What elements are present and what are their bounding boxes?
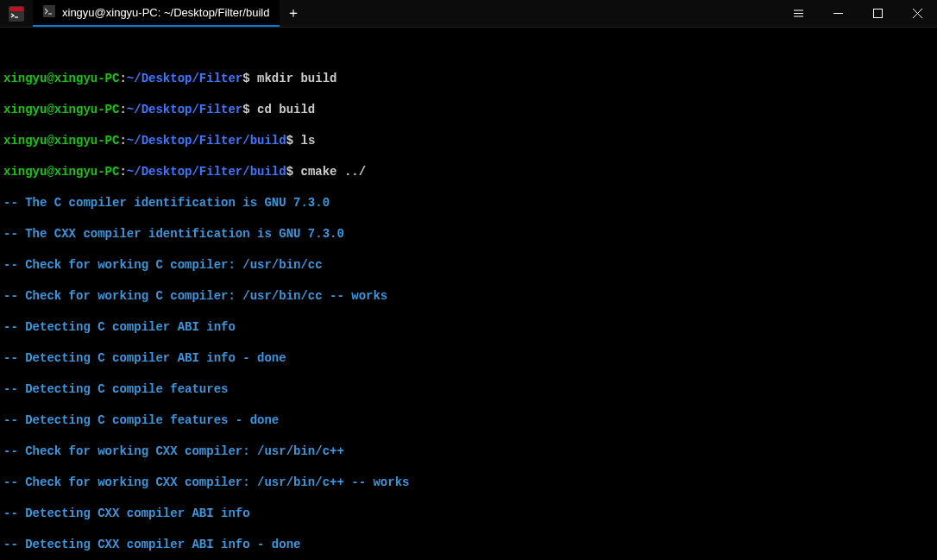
svg-rect-3: [43, 5, 55, 17]
svg-rect-9: [873, 9, 882, 18]
maximize-button[interactable]: [858, 0, 897, 27]
output-line: -- Check for working C compiler: /usr/bi…: [3, 288, 934, 304]
menu-button[interactable]: [778, 0, 818, 27]
titlebar: xingyu@xingyu-PC: ~/Desktop/Filter/build…: [0, 0, 937, 28]
output-line: -- Detecting C compile features - done: [3, 412, 934, 428]
close-button[interactable]: [897, 0, 937, 27]
active-tab[interactable]: xingyu@xingyu-PC: ~/Desktop/Filter/build: [33, 0, 280, 27]
output-line: -- Detecting C compiler ABI info - done: [3, 350, 934, 366]
output-line: -- Check for working CXX compiler: /usr/…: [3, 475, 934, 490]
output-line: -- Detecting C compile features: [3, 381, 934, 397]
svg-rect-1: [9, 7, 23, 11]
prompt-line: xingyu@xingyu-PC:~/Desktop/Filter/build$…: [3, 164, 934, 179]
terminal-content[interactable]: xingyu@xingyu-PC:~/Desktop/Filter$ mkdir…: [0, 28, 937, 560]
prompt-line: xingyu@xingyu-PC:~/Desktop/Filter$ cd bu…: [3, 102, 934, 117]
output-line: -- The CXX compiler identification is GN…: [3, 226, 934, 242]
window-controls: [778, 0, 937, 27]
minimize-button[interactable]: [818, 0, 858, 27]
output-line: -- Detecting CXX compiler ABI info: [3, 506, 934, 521]
output-line: -- Check for working CXX compiler: /usr/…: [3, 444, 934, 459]
prompt-line: xingyu@xingyu-PC:~/Desktop/Filter/build$…: [3, 133, 934, 148]
prompt-line: xingyu@xingyu-PC:~/Desktop/Filter$ mkdir…: [3, 71, 934, 86]
tab-title: xingyu@xingyu-PC: ~/Desktop/Filter/build: [62, 6, 269, 19]
output-line: -- The C compiler identification is GNU …: [3, 195, 934, 211]
new-tab-button[interactable]: ＋: [280, 0, 307, 27]
output-line: -- Detecting CXX compiler ABI info - don…: [3, 537, 934, 552]
output-line: -- Check for working C compiler: /usr/bi…: [3, 257, 934, 273]
terminal-icon: [43, 5, 55, 20]
app-icon: [0, 0, 33, 27]
output-line: -- Detecting C compiler ABI info: [3, 319, 934, 335]
